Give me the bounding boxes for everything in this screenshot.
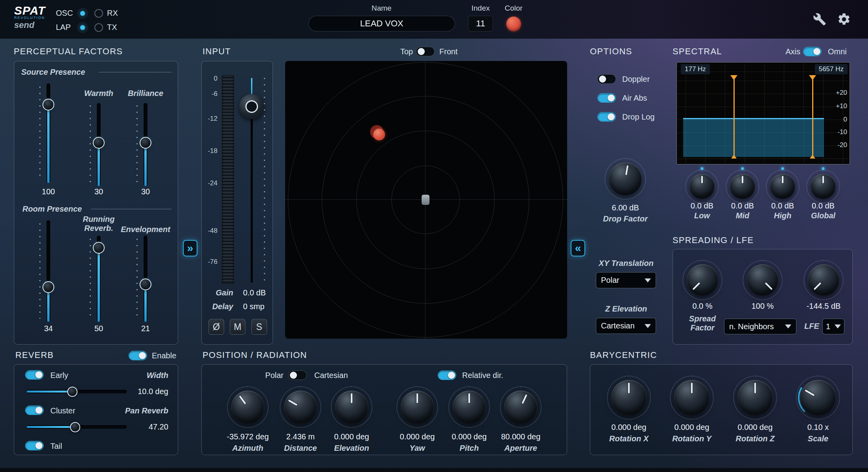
pan-reverb-thumb[interactable] [70,422,80,432]
pitch-label: Pitch [460,444,479,453]
running-reverb-label: Running Reverb. [73,215,124,233]
tail-toggle[interactable] [25,441,44,450]
aperture-knob[interactable] [504,391,537,424]
xy-translation-value: Polar [601,276,619,285]
perceptual-panel: Source Presence 100 Warmth 30 Brilliance… [14,61,178,345]
rotation-z-knob[interactable] [737,380,773,415]
warmth-thumb[interactable] [93,137,105,149]
axis-omni-toggle[interactable] [803,47,822,56]
eq-global-label: Global [811,211,835,220]
spat-send-window: PERCEPTUAL FACTORS INPUT OPTIONS SPECTRA… [0,0,868,472]
logo-subtext: REVOLUTION [14,16,46,20]
room-presence-thumb[interactable] [42,281,54,293]
reverb-enable-toggle[interactable] [129,351,147,360]
eq-global-knob[interactable] [811,174,836,199]
early-toggle[interactable] [25,370,44,380]
tools-button[interactable] [811,11,828,28]
expand-left-button[interactable]: » [183,240,197,256]
eq-mid-label: Mid [736,211,749,220]
lap-label: LAP [56,23,71,32]
settings-button[interactable] [835,11,853,28]
elevation-knob[interactable] [335,391,368,424]
meter-scale-76: -76 [203,258,217,266]
brilliance-thumb[interactable] [140,137,151,149]
relative-dir-label: Relative dir. [462,371,503,380]
color-label: Color [505,4,522,13]
envelopment-label: Envelopment [121,225,170,234]
toggle-knob [608,94,615,101]
input-panel: 0 -6 -12 -18 -24 -48 -76 Gain 0.0 dB Del… [201,61,273,345]
eq-mid-knob[interactable] [730,174,755,199]
xy-translation-dropdown[interactable]: Polar [596,272,656,288]
doppler-toggle[interactable] [597,74,616,84]
drop-log-toggle[interactable] [597,112,616,122]
eq-low-knob[interactable] [689,174,715,199]
knob-pointer [335,391,368,424]
envelopment-thumb[interactable] [140,278,151,290]
yaw-label: Yaw [409,444,425,453]
toggle-knob [418,48,425,55]
running-reverb-thumb[interactable] [93,242,105,254]
distance-knob[interactable] [284,391,317,424]
warmth-label: Warmth [84,89,113,98]
top-front-toggle[interactable] [416,47,435,56]
index-field[interactable]: 11 [468,16,493,31]
spatial-view[interactable] [285,61,567,339]
lfe-dropdown[interactable]: 1 [822,319,844,334]
rotation-x-knob[interactable] [611,380,647,415]
relative-dir-toggle[interactable] [438,371,456,380]
eq-high-knob[interactable] [770,174,795,199]
main-background: PERCEPTUAL FACTORS INPUT OPTIONS SPECTRA… [0,0,868,472]
yaw-knob[interactable] [401,391,434,424]
toggle-knob [608,113,615,120]
top-bar: SPAT REVOLUTION send OSC RX LAP TX Name … [0,0,868,39]
azimuth-knob[interactable] [231,391,264,424]
rotation-y-knob[interactable] [674,380,710,415]
gain-fader-knob[interactable] [239,94,264,119]
source-name-input[interactable] [308,16,455,31]
z-elevation-label: Z Elevation [605,304,647,313]
mute-button[interactable]: M [230,319,245,335]
db-scale-p20: +20 [836,89,847,97]
spectral-display[interactable]: 177 Hz 5657 Hz +20 +10 0 -10 -20 [676,62,850,164]
slider-ticks [90,239,91,319]
knob-pointer [737,380,773,415]
spread-factor-label: Spread Factor [679,314,726,332]
polar-cartesian-toggle[interactable] [288,371,307,380]
eq-low-freq-marker[interactable] [733,77,735,158]
source-presence-thumb[interactable] [42,99,54,111]
slider-ticks [39,223,41,319]
solo-button[interactable]: S [251,319,267,335]
neighbors-knob[interactable] [747,264,778,296]
drop-factor-value: 6.00 dB [612,203,639,212]
expand-right-button[interactable]: « [571,240,585,256]
drop-factor-knob[interactable] [609,162,642,195]
scale-knob[interactable] [800,380,836,415]
source-color-swatch[interactable] [506,17,521,31]
db-scale-m20: -20 [837,141,847,149]
front-label: Front [439,47,458,56]
lfe-knob[interactable] [808,264,839,296]
bottom-edge [0,468,868,472]
air-abs-toggle[interactable] [597,93,616,103]
z-elevation-dropdown[interactable]: Cartesian [596,318,656,334]
neighbors-dropdown[interactable]: n. Neighbors [724,319,796,334]
lap-indicator[interactable] [77,22,88,33]
logo-text: SPAT [14,5,46,17]
pitch-knob[interactable] [453,391,486,424]
eq-high-freq-marker[interactable] [812,77,813,158]
eq-high-label: High [774,211,791,220]
spread-factor-knob[interactable] [687,264,718,296]
rx-indicator[interactable] [94,9,103,18]
knob-pointer [680,258,724,302]
source-dot[interactable] [373,129,385,140]
tx-indicator[interactable] [94,23,103,32]
phase-button[interactable]: Ø [208,319,224,335]
spreading-panel: 0.0 % Spread Factor 100 % n. Neighbors -… [673,249,853,345]
osc-indicator[interactable] [77,8,88,18]
reverb-enable-label: Enable [152,351,176,360]
knob-pointer [611,380,647,415]
width-thumb[interactable] [67,387,77,397]
rotation-z-value: 0.000 deg [738,423,773,432]
cluster-toggle[interactable] [25,406,44,415]
